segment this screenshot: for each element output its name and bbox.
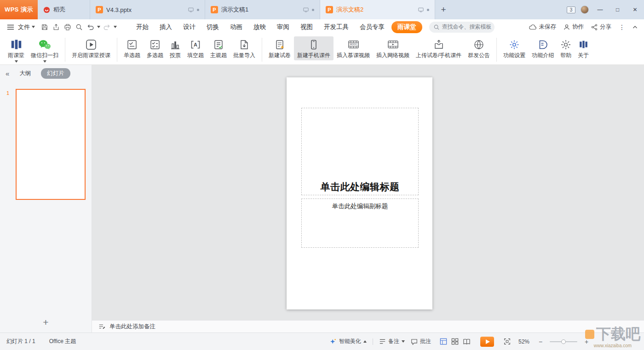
ribbon-divider <box>496 38 497 62</box>
zoom-in-button[interactable]: + <box>583 338 590 345</box>
save-status[interactable]: 未保存 <box>529 23 557 31</box>
chevron-down-icon <box>15 60 18 63</box>
menu-bar: 文件 开始 插入 设计 切换 动画 放映 审阅 视图 开发工具 会员专享 雨课堂… <box>0 19 644 35</box>
ribbon-button-multiple-choice[interactable]: 多选题 <box>144 36 167 60</box>
tab-document-v43[interactable]: P V4.3.pptx <box>90 0 205 19</box>
reading-view-button[interactable] <box>463 338 471 345</box>
slide-panel: « 大纲 幻灯片 1 + <box>0 65 92 332</box>
tab-member[interactable]: 会员专享 <box>354 21 390 34</box>
tab-window-icon[interactable] <box>418 7 424 12</box>
message-count-badge[interactable]: 3 <box>567 6 575 13</box>
tab-developer[interactable]: 开发工具 <box>318 21 354 34</box>
tab-view[interactable]: 视图 <box>295 21 318 34</box>
tab-status-dot[interactable] <box>427 9 429 11</box>
share-label: 分享 <box>600 23 611 31</box>
zoom-slider[interactable] <box>550 341 577 342</box>
normal-view-button[interactable] <box>440 338 447 345</box>
slide-panel-header: « 大纲 幻灯片 <box>0 65 92 82</box>
subtitle-placeholder[interactable]: 单击此处编辑副标题 <box>301 198 419 248</box>
tab-status-dot[interactable] <box>197 9 199 11</box>
save-icon[interactable] <box>39 23 50 31</box>
share-button[interactable]: 分享 <box>591 23 611 31</box>
ribbon-button-vote[interactable]: 投票 <box>167 36 184 60</box>
ribbon-button-fill-blank[interactable]: A 填空题 <box>184 36 207 60</box>
tab-outline[interactable]: 大纲 <box>19 70 31 77</box>
ribbon-button-announcement[interactable]: 群发公告 <box>465 36 493 60</box>
print-icon[interactable] <box>62 23 73 31</box>
redo-icon[interactable] <box>101 23 113 30</box>
notes-bar[interactable]: 单击此处添加备注 <box>92 320 644 332</box>
ribbon-button-help[interactable]: 帮助 <box>557 36 575 60</box>
tab-review[interactable]: 审阅 <box>271 21 295 34</box>
collaborate-button[interactable]: 协作 <box>564 23 584 31</box>
batch-import-icon <box>239 38 250 51</box>
minimize-button[interactable]: — <box>594 0 606 19</box>
tab-rainclassroom-active[interactable]: 雨课堂 <box>391 21 422 33</box>
notes-button-label: 备注 <box>388 338 399 345</box>
quick-access-dropdown-icon[interactable] <box>113 26 118 28</box>
collapse-sidebar-icon[interactable]: « <box>6 70 9 77</box>
ribbon-button-insert-web-video[interactable]: 插入网络视频 <box>373 36 413 60</box>
maximize-button[interactable]: □ <box>611 0 624 19</box>
slide-editing-surface[interactable]: 单击此处编辑标题 单击此处编辑副标题 <box>287 77 432 309</box>
undo-dropdown-icon[interactable] <box>96 26 101 28</box>
zoom-out-button[interactable]: − <box>537 338 544 345</box>
comments-button[interactable]: 批注 <box>411 338 431 345</box>
tab-docer[interactable]: 稻壳 <box>38 0 90 19</box>
tab-transition[interactable]: 切换 <box>201 21 224 34</box>
notes-pencil-icon <box>98 323 105 330</box>
ribbon-button-feature-intro[interactable]: 功能介绍 <box>529 36 557 60</box>
smart-beautify-button[interactable]: 智能美化 <box>329 338 367 345</box>
new-tab-button[interactable]: + <box>435 0 452 19</box>
slideshow-play-button[interactable] <box>480 337 494 347</box>
ribbon-button-rainclassroom[interactable]: 雨课堂 <box>5 36 28 64</box>
tab-insert[interactable]: 插入 <box>154 21 178 34</box>
print-preview-icon[interactable] <box>73 23 85 31</box>
ribbon-button-upload-courseware[interactable]: 上传试卷/手机课件 <box>413 36 465 60</box>
tab-window-icon[interactable] <box>303 7 309 12</box>
tab-slideshow[interactable]: 放映 <box>248 21 271 34</box>
ribbon-button-insert-mooc-video[interactable]: MOOC 插入慕课视频 <box>334 36 373 60</box>
ribbon-button-new-paper[interactable]: 新建试卷 <box>265 36 294 60</box>
tab-home[interactable]: 开始 <box>131 21 154 34</box>
title-placeholder[interactable]: 单击此处编辑标题 <box>301 108 419 195</box>
svg-text:MOOC: MOOC <box>350 43 357 46</box>
collaborate-label: 协作 <box>572 23 584 31</box>
more-menu-icon[interactable]: ⋮ <box>619 23 625 31</box>
tab-presentation1[interactable]: P 演示文稿1 <box>205 0 320 19</box>
ribbon-button-label: 雨课堂 <box>8 52 24 59</box>
tab-presentation2-active[interactable]: P 演示文稿2 <box>320 0 435 19</box>
wps-app-button[interactable]: WPS 演示 <box>0 0 38 19</box>
file-menu[interactable]: 文件 <box>16 23 39 31</box>
collapse-ribbon-icon[interactable] <box>632 25 638 29</box>
ribbon-button-subjective[interactable]: 主观题 <box>207 36 230 60</box>
zoom-slider-handle[interactable] <box>561 339 566 344</box>
undo-icon[interactable] <box>85 23 96 30</box>
avatar[interactable] <box>581 6 589 14</box>
hamburger-menu-icon[interactable] <box>5 24 16 30</box>
ribbon-button-feature-settings[interactable]: 功能设置 <box>500 36 529 60</box>
ribbon-button-start-teaching[interactable]: 开启雨课堂授课 <box>69 36 114 60</box>
theme-name[interactable]: Office 主题 <box>49 338 76 345</box>
add-slide-button[interactable]: + <box>0 317 92 328</box>
cloud-icon <box>529 24 537 30</box>
tab-design[interactable]: 设计 <box>178 21 201 34</box>
tab-status-dot[interactable] <box>312 9 314 11</box>
ppt-file-icon: P <box>211 6 218 13</box>
slide-thumbnail-selected[interactable] <box>16 89 86 200</box>
ribbon-button-wechat-scan[interactable]: 微信扫一扫 <box>28 36 62 64</box>
ribbon-button-about[interactable]: 关于 <box>575 36 592 60</box>
command-search-input[interactable]: 查找命令、搜索模板 <box>429 22 494 33</box>
tab-animation[interactable]: 动画 <box>224 21 248 34</box>
ribbon-button-new-mobile-courseware[interactable]: 新建手机课件 <box>294 36 334 60</box>
tab-window-icon[interactable] <box>188 7 194 12</box>
notes-button[interactable]: 备注 <box>379 338 405 345</box>
slide-sorter-view-button[interactable] <box>451 338 459 345</box>
export-icon[interactable] <box>50 23 62 31</box>
ribbon-button-single-choice[interactable]: 单选题 <box>121 36 144 60</box>
close-button[interactable]: ✕ <box>629 0 641 19</box>
ribbon-button-batch-import[interactable]: 批量导入 <box>230 36 259 60</box>
zoom-level[interactable]: 52% <box>517 338 531 345</box>
fit-slide-icon[interactable] <box>504 338 511 345</box>
tab-slides-active[interactable]: 幻灯片 <box>41 68 70 79</box>
